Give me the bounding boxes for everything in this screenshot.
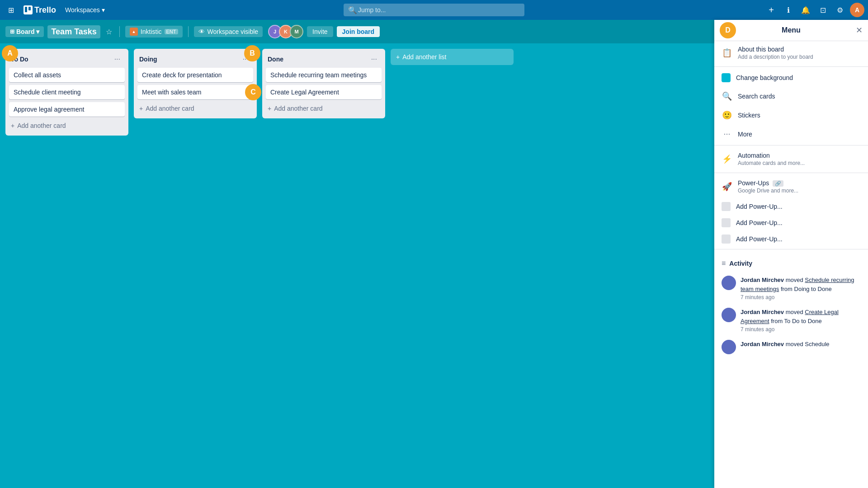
- doing-list-title: Doing: [139, 56, 157, 63]
- doing-add-card-button[interactable]: + Add another card: [137, 102, 253, 115]
- plus-icon: +: [268, 105, 271, 112]
- settings-icon-button[interactable]: ⚙: [833, 3, 847, 17]
- workspace-name: Inktistic: [141, 28, 162, 35]
- visibility-button[interactable]: 👁 Workspace visible: [194, 26, 263, 37]
- card-text: Approve legal agreement: [14, 106, 84, 113]
- workspace-chip[interactable]: ▲ Inktistic ENT: [125, 26, 183, 38]
- about-board-sub: Add a description to your board: [738, 54, 861, 60]
- todo-add-card-button[interactable]: + Add another card: [9, 119, 125, 132]
- add-list-button[interactable]: + Add another list: [391, 49, 514, 65]
- add-card-label: Add another card: [274, 105, 322, 112]
- done-list-menu-button[interactable]: ···: [368, 54, 380, 64]
- powerups-chip: 🔗: [773, 180, 783, 187]
- member-avatar-3[interactable]: M: [290, 25, 303, 38]
- activity-avatar-2: [722, 308, 736, 322]
- grid-icon-button[interactable]: ⊞: [4, 3, 18, 17]
- card-create-legal-agreement[interactable]: Create Legal Agreement: [266, 85, 382, 99]
- invite-button[interactable]: Invite: [307, 26, 333, 37]
- activity-entry-2: Jordan Mirchev moved Create Legal Agreem…: [714, 304, 868, 336]
- template-icon-button[interactable]: ⊡: [816, 3, 830, 17]
- about-board-item[interactable]: 📋 About this board Add a description to …: [714, 41, 868, 65]
- menu-divider-3: [714, 173, 868, 173]
- activity-title: Activity: [729, 260, 752, 267]
- card-text: Schedule client meeting: [14, 89, 81, 96]
- plus-icon: +: [139, 105, 143, 112]
- change-bg-label: Change background: [736, 74, 861, 81]
- stickers-label: Stickers: [738, 112, 861, 119]
- add-powerup-3[interactable]: Add Power-Up...: [714, 231, 868, 247]
- star-button[interactable]: ☆: [104, 26, 114, 38]
- powerups-sub: Google Drive and more...: [738, 188, 861, 194]
- divider: [119, 26, 120, 37]
- card-schedule-client-meeting[interactable]: Schedule client meeting: [9, 85, 125, 99]
- divider2: [188, 26, 189, 37]
- menu-divider-2: [714, 145, 868, 145]
- card-approve-legal-agreement[interactable]: Approve legal agreement: [9, 102, 125, 117]
- board-label: Board: [16, 28, 34, 35]
- add-card-label: Add another card: [17, 122, 66, 129]
- automation-sub: Automate cards and more...: [738, 160, 861, 166]
- info-icon-button[interactable]: ℹ: [781, 3, 796, 17]
- rocket-icon: 🚀: [722, 182, 732, 192]
- menu-user-avatar: D: [720, 22, 736, 38]
- more-item[interactable]: ··· More: [714, 125, 868, 143]
- doing-list-menu-button[interactable]: ···: [240, 54, 251, 64]
- card-text: Schedule recurring team meetings: [270, 71, 367, 79]
- add-card-label: Add another card: [146, 105, 194, 112]
- todo-list: To Do ··· Collect all assets Schedule cl…: [5, 49, 128, 136]
- powerups-title: Power-Ups 🔗: [738, 179, 861, 187]
- card-text: Create Legal Agreement: [270, 89, 339, 96]
- board-title[interactable]: Team Tasks: [47, 25, 100, 38]
- automation-item[interactable]: ⚡ Automation Automate cards and more...: [714, 147, 868, 171]
- board-view-button[interactable]: ⊞ Board ▾: [5, 26, 44, 37]
- add-powerup-label-1: Add Power-Up...: [736, 203, 783, 210]
- doing-list-header: Doing ···: [137, 52, 253, 68]
- menu-divider-1: [714, 66, 868, 67]
- trello-logo[interactable]: Trello: [20, 5, 60, 15]
- add-powerup-label-3: Add Power-Up...: [736, 235, 783, 243]
- color-swatch-icon: [722, 73, 731, 82]
- search-cards-item[interactable]: 🔍 Search cards: [714, 87, 868, 106]
- user-avatar[interactable]: A: [850, 3, 864, 17]
- activity-avatar-1: [722, 276, 736, 290]
- activity-text-3: Jordan Mirchev moved Schedule: [741, 340, 830, 349]
- workspace-logo-icon: ▲: [130, 28, 138, 36]
- powerups-item[interactable]: 🚀 Power-Ups 🔗 Google Drive and more...: [714, 175, 868, 198]
- powerup-empty-icon-1: [722, 202, 731, 211]
- stickers-item[interactable]: 🙂 Stickers: [714, 106, 868, 125]
- add-powerup-1[interactable]: Add Power-Up...: [714, 198, 868, 215]
- nav-right-actions: + ℹ 🔔 ⊡ ⚙ A: [764, 3, 864, 17]
- search-icon: 🔍: [722, 91, 732, 101]
- done-list-header: Done ···: [266, 52, 382, 68]
- activity-text-2: Jordan Mirchev moved Create Legal Agreem…: [741, 308, 861, 325]
- join-board-button[interactable]: Join board: [337, 26, 380, 37]
- todo-list-title: To Do: [11, 56, 28, 63]
- todo-list-wrapper: A To Do ··· Collect all assets Schedule …: [5, 49, 128, 136]
- card-meet-sales[interactable]: Meet with sales team C: [137, 85, 253, 99]
- add-powerup-2[interactable]: Add Power-Up...: [714, 215, 868, 231]
- menu-header: D Menu ✕: [714, 20, 868, 41]
- menu-close-button[interactable]: ✕: [856, 25, 863, 35]
- done-list-title: Done: [268, 56, 283, 63]
- card-collect-all-assets[interactable]: Collect all assets: [9, 68, 125, 82]
- add-icon-button[interactable]: +: [764, 3, 778, 17]
- search-input[interactable]: [344, 4, 524, 16]
- todo-list-menu-button[interactable]: ···: [112, 54, 123, 64]
- doing-list: Doing ··· Create deck for presentation M…: [134, 49, 257, 118]
- more-label: More: [738, 131, 861, 138]
- done-add-card-button[interactable]: + Add another card: [266, 102, 382, 115]
- workspace-badge: ENT: [165, 29, 178, 34]
- activity-time-1: 7 minutes ago: [741, 294, 861, 300]
- card-create-deck[interactable]: Create deck for presentation: [137, 68, 253, 82]
- todo-list-header: To Do ···: [9, 52, 125, 68]
- search-cards-label: Search cards: [738, 93, 861, 100]
- workspaces-button[interactable]: Workspaces ▾: [61, 5, 108, 15]
- visibility-label: Workspace visible: [208, 28, 259, 35]
- card-schedule-recurring[interactable]: Schedule recurring team meetings: [266, 68, 382, 82]
- top-nav: ⊞ Trello Workspaces ▾ 🔍 + ℹ 🔔 ⊡ ⚙ A: [0, 0, 868, 20]
- menu-divider-4: [714, 249, 868, 249]
- notifications-icon-button[interactable]: 🔔: [798, 3, 813, 17]
- change-background-item[interactable]: Change background: [714, 69, 868, 87]
- card-text: Create deck for presentation: [142, 71, 222, 79]
- sticker-icon: 🙂: [722, 110, 732, 120]
